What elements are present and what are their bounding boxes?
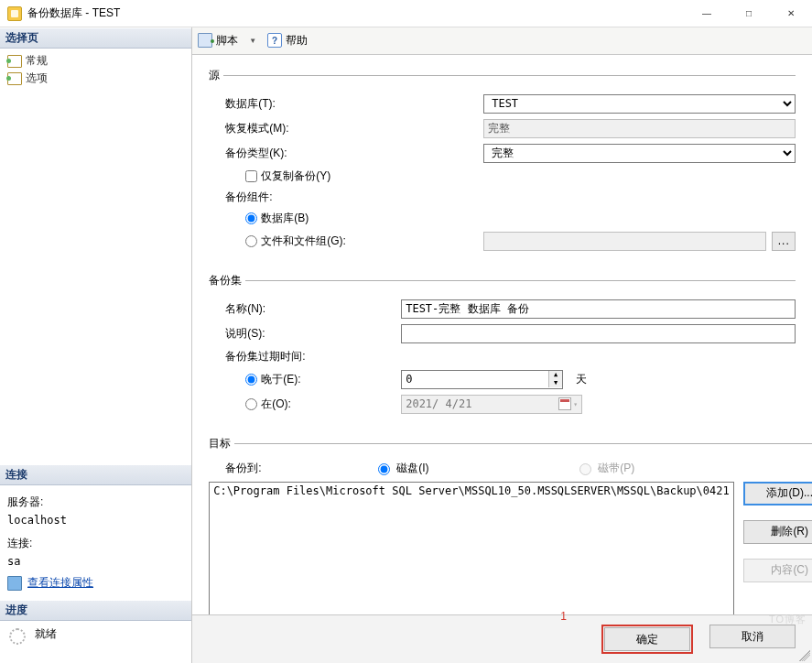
server-value: localhost: [7, 514, 67, 527]
dest-disk-input[interactable]: [378, 463, 390, 475]
group-backup-set-legend: 备份集: [209, 273, 245, 288]
backup-type-select[interactable]: 完整: [483, 144, 796, 163]
component-database-radio[interactable]: 数据库(B): [209, 211, 309, 226]
sidebar-page-general[interactable]: 常规: [2, 52, 189, 70]
annotation-marker: 1: [560, 610, 567, 623]
script-icon: [198, 33, 212, 48]
expire-after-label: 晚于(E):: [261, 372, 300, 387]
backup-desc-input[interactable]: [401, 324, 796, 343]
dest-disk-radio[interactable]: 磁盘(I): [374, 461, 575, 476]
component-filegroup-label: 文件和文件组(G):: [261, 234, 346, 249]
database-label: 数据库(T):: [209, 96, 483, 112]
connection-props-icon: [7, 576, 22, 591]
title-bar: 备份数据库 - TEST — □ ✕: [0, 0, 812, 27]
page-icon: [7, 72, 22, 85]
resize-grip[interactable]: [799, 650, 810, 661]
dialog-footer: 1 确定 取消: [192, 614, 812, 663]
connection-label: 连接:: [7, 537, 32, 549]
ok-highlight-box: 确定: [601, 625, 693, 654]
sidebar-page-label: 常规: [26, 53, 48, 69]
group-source-legend: 源: [209, 68, 223, 83]
recovery-model-label: 恢复模式(M):: [209, 121, 483, 136]
chevron-down-icon[interactable]: ▼: [249, 37, 256, 45]
expire-on-label: 在(O):: [261, 397, 291, 412]
sidebar-page-label: 选项: [26, 71, 48, 86]
group-destination: 目标 备份到: 磁盘(I) 磁带(P): [209, 436, 812, 614]
filegroup-path-display: [483, 232, 766, 251]
minimize-button[interactable]: —: [686, 0, 728, 27]
group-destination-legend: 目标: [209, 436, 234, 451]
remove-destination-button[interactable]: 删除(R): [743, 520, 812, 544]
progress-header: 进度: [0, 600, 191, 621]
page-icon: [7, 55, 22, 68]
copy-only-label: 仅复制备份(Y): [261, 168, 330, 184]
expire-days-value[interactable]: [402, 371, 548, 388]
copy-only-checkbox[interactable]: 仅复制备份(Y): [209, 168, 330, 184]
spin-up-icon[interactable]: ▲: [549, 371, 562, 379]
calendar-icon: [558, 397, 571, 410]
backup-type-label: 备份类型(K):: [209, 146, 483, 161]
contents-button[interactable]: 内容(C): [743, 559, 812, 582]
toolbar: 脚本 ▼ 帮助: [192, 27, 812, 55]
expire-on-date-picker[interactable]: 2021/ 4/21 ▾: [401, 395, 582, 414]
help-icon: [267, 33, 282, 48]
cancel-button[interactable]: 取消: [709, 625, 796, 648]
dest-tape-radio: 磁带(P): [575, 461, 776, 476]
group-backup-set: 备份集 名称(N): 说明(S): 备份集过期时间:: [209, 273, 796, 419]
select-page-header: 选择页: [0, 27, 191, 49]
component-database-label: 数据库(B): [261, 211, 309, 226]
destination-path: C:\Program Files\Microsoft SQL Server\MS…: [213, 484, 730, 497]
spin-down-icon[interactable]: ▼: [549, 379, 562, 387]
page-list: 常规 选项: [0, 49, 191, 91]
script-dropdown[interactable]: 脚本: [216, 33, 238, 49]
backup-name-label: 名称(N):: [209, 301, 401, 317]
close-button[interactable]: ✕: [770, 0, 812, 27]
view-connection-properties-link[interactable]: 查看连接属性: [27, 575, 93, 591]
group-source: 源 数据库(T): TEST 恢复模式(M): 完整: [209, 68, 796, 256]
chevron-down-icon[interactable]: ▾: [573, 400, 578, 408]
content: 脚本 ▼ 帮助 源 数据库(T): TEST 恢复模式(M): [192, 27, 812, 663]
filegroup-browse-button[interactable]: ...: [772, 232, 796, 251]
expire-on-input[interactable]: [245, 398, 257, 410]
expire-on-date-value: 2021/ 4/21: [406, 397, 471, 410]
help-button[interactable]: 帮助: [286, 33, 308, 49]
expire-after-input[interactable]: [245, 374, 257, 386]
add-destination-button[interactable]: 添加(D)...: [743, 482, 812, 505]
component-database-input[interactable]: [245, 212, 257, 224]
backup-desc-label: 说明(S):: [209, 326, 401, 342]
sidebar: 选择页 常规 选项 连接 服务器: localhost 连接: sa 查看连接: [0, 27, 192, 663]
ok-button[interactable]: 确定: [604, 627, 690, 651]
dest-disk-label: 磁盘(I): [396, 461, 428, 476]
component-filegroup-input[interactable]: [245, 235, 257, 247]
connection-header: 连接: [0, 464, 191, 485]
expire-after-radio[interactable]: 晚于(E):: [209, 372, 401, 387]
connection-value: sa: [7, 555, 20, 568]
backup-to-label: 备份到:: [209, 461, 374, 476]
expire-label: 备份集过期时间:: [209, 349, 483, 364]
sidebar-page-options[interactable]: 选项: [2, 70, 189, 87]
dest-tape-label: 磁带(P): [598, 461, 634, 476]
backup-name-input[interactable]: [401, 299, 796, 319]
progress-spinner-icon: [9, 628, 26, 645]
progress-block: 就绪: [0, 621, 191, 663]
destination-list[interactable]: C:\Program Files\Microsoft SQL Server\MS…: [209, 482, 734, 614]
dest-tape-input: [579, 463, 591, 475]
server-label: 服务器:: [7, 495, 43, 508]
backup-component-label: 备份组件:: [209, 190, 483, 205]
database-select[interactable]: TEST: [483, 94, 796, 114]
window-title: 备份数据库 - TEST: [27, 5, 120, 21]
component-filegroup-radio[interactable]: 文件和文件组(G):: [209, 234, 483, 249]
expire-days-spinner[interactable]: ▲▼: [401, 370, 563, 389]
expire-on-radio[interactable]: 在(O):: [209, 397, 401, 412]
copy-only-input[interactable]: [245, 170, 257, 182]
recovery-model-value: 完整: [483, 119, 796, 138]
app-icon: [7, 6, 22, 21]
maximize-button[interactable]: □: [728, 0, 770, 27]
progress-status: 就绪: [35, 626, 57, 642]
connection-block: 服务器: localhost 连接: sa 查看连接属性: [0, 485, 191, 600]
expire-days-unit: 天: [576, 372, 587, 387]
